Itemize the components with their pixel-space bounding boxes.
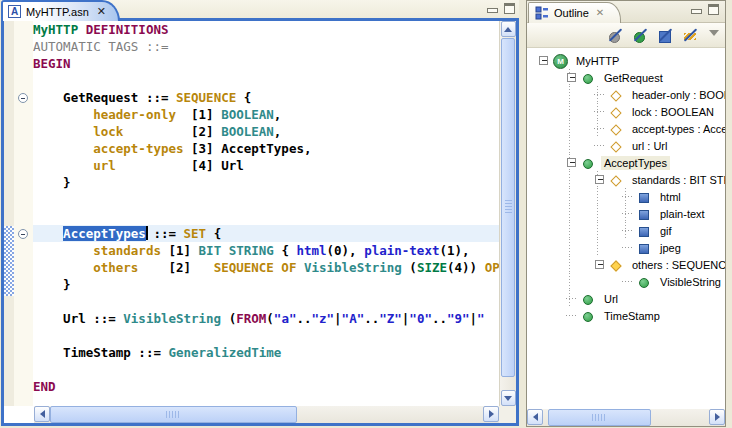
- tree-row[interactable]: gif: [527, 222, 725, 239]
- filter-blue-bits-icon[interactable]: [657, 27, 674, 44]
- scroll-up-arrow[interactable]: [501, 21, 516, 37]
- folding-ruler[interactable]: [14, 21, 33, 406]
- tree-row[interactable]: jpeg: [527, 239, 725, 256]
- code-line[interactable]: others [2] SEQUENCE OF VisibleString (SI…: [33, 259, 499, 276]
- code-line[interactable]: [33, 361, 499, 378]
- tree-row[interactable]: url : Url: [527, 137, 725, 154]
- fold-collapse-icon[interactable]: [18, 229, 28, 239]
- expand-toggle-minus-icon[interactable]: [595, 260, 604, 269]
- outline-minimize-button[interactable]: [691, 9, 702, 14]
- tree-item-label[interactable]: accept-types : AcceptTypes: [629, 122, 725, 136]
- tree-item-label[interactable]: html: [657, 190, 684, 204]
- tree-row[interactable]: AcceptTypes: [527, 154, 725, 171]
- tree-row[interactable]: GetRequest: [527, 69, 725, 86]
- code-line[interactable]: [33, 293, 499, 310]
- code-line[interactable]: url [4] Url: [33, 157, 499, 174]
- code-line[interactable]: [33, 208, 499, 225]
- editor-maximize-button[interactable]: [504, 3, 515, 14]
- code-line[interactable]: accept-types [3] AcceptTypes,: [33, 140, 499, 157]
- code-line[interactable]: [33, 191, 499, 208]
- tree-item-label[interactable]: url : Url: [629, 139, 670, 153]
- annotation-ruler[interactable]: [4, 21, 14, 406]
- tree-item-label[interactable]: gif: [657, 224, 675, 238]
- editor-tab[interactable]: A MyHTTP.asn ✕: [1, 0, 120, 21]
- tree-row[interactable]: plain-text: [527, 205, 725, 222]
- tree-row[interactable]: Url: [527, 290, 725, 307]
- field-icon: [608, 138, 624, 154]
- tree-item-label[interactable]: GetRequest: [601, 71, 666, 85]
- horizontal-scroll-track[interactable]: [543, 409, 709, 426]
- fold-collapse-icon[interactable]: [18, 93, 28, 103]
- tree-item-label[interactable]: header-only : BOOLEAN: [629, 88, 725, 102]
- tree-item-label[interactable]: others : SEQUENCE OF: [629, 258, 725, 272]
- tree-item-label[interactable]: standards : BIT STRING: [629, 173, 725, 187]
- horizontal-scroll-track[interactable]: [50, 406, 483, 423]
- field-icon: [608, 87, 624, 103]
- scroll-right-arrow[interactable]: [483, 406, 499, 422]
- scroll-left-arrow[interactable]: [527, 409, 543, 425]
- horizontal-scroll-thumb[interactable]: [548, 409, 651, 426]
- tree-item-label[interactable]: MyHTTP: [573, 54, 622, 68]
- code-line[interactable]: MyHTTP DEFINITIONS: [33, 21, 499, 38]
- filter-gold-fields-icon[interactable]: [682, 27, 699, 44]
- editor-stack: A MyHTTP.asn ✕ MyHTTP DEFINITIONSAUTOMAT…: [1, 0, 519, 427]
- code-line[interactable]: standards [1] BIT STRING { html(0), plai…: [33, 242, 499, 259]
- tree-row[interactable]: header-only : BOOLEAN: [527, 86, 725, 103]
- outline-tab-close-icon[interactable]: ✕: [594, 8, 604, 18]
- editor-vertical-scrollbar[interactable]: [499, 21, 516, 406]
- code-line[interactable]: }: [33, 276, 499, 293]
- tree-item-label[interactable]: AcceptTypes: [601, 156, 670, 170]
- right-arrow-icon: [489, 410, 498, 418]
- code-line[interactable]: AUTOMATIC TAGS ::=: [33, 38, 499, 55]
- code-line[interactable]: BEGIN: [33, 55, 499, 72]
- vertical-scroll-track[interactable]: [500, 37, 516, 390]
- tree-row[interactable]: standards : BIT STRING: [527, 171, 725, 188]
- tree-row[interactable]: MyHTTP: [527, 52, 725, 69]
- code-line[interactable]: Url ::= VisibleString (FROM("a".."z"|"A"…: [33, 310, 499, 327]
- vertical-scroll-thumb[interactable]: [501, 38, 515, 377]
- outline-horizontal-scrollbar[interactable]: [527, 409, 725, 426]
- code-line[interactable]: [33, 327, 499, 344]
- tree-item-label[interactable]: lock : BOOLEAN: [629, 105, 717, 119]
- filter-gray-values-icon[interactable]: [607, 27, 624, 44]
- code-line[interactable]: header-only [1] BOOLEAN,: [33, 106, 499, 123]
- scroll-left-arrow[interactable]: [34, 406, 50, 422]
- expand-toggle-minus-icon[interactable]: [567, 73, 576, 82]
- tree-row[interactable]: html: [527, 188, 725, 205]
- editor-minimize-button[interactable]: [487, 8, 498, 13]
- tree-item-label[interactable]: plain-text: [657, 207, 708, 221]
- filter-green-types-icon[interactable]: [632, 27, 649, 44]
- code-line[interactable]: lock [2] BOOLEAN,: [33, 123, 499, 140]
- expand-toggle-minus-icon[interactable]: [595, 175, 604, 184]
- scroll-right-arrow[interactable]: [709, 409, 725, 425]
- tree-row[interactable]: others : SEQUENCE OF: [527, 256, 725, 273]
- scroll-down-arrow[interactable]: [501, 390, 516, 406]
- code-line[interactable]: END: [33, 378, 499, 395]
- tree-row[interactable]: lock : BOOLEAN: [527, 103, 725, 120]
- tree-connector: [594, 145, 605, 146]
- code-line[interactable]: [33, 72, 499, 89]
- horizontal-scroll-thumb[interactable]: [50, 406, 297, 423]
- code-line[interactable]: GetRequest ::= SEQUENCE {: [33, 89, 499, 106]
- outline-tab[interactable]: Outline ✕: [528, 2, 621, 23]
- tree-item-label[interactable]: VisibleString: [657, 275, 724, 289]
- code-line[interactable]: TimeStamp ::= GeneralizedTime: [33, 344, 499, 361]
- editor-tab-close-icon[interactable]: ✕: [94, 6, 106, 17]
- tree-row[interactable]: VisibleString: [527, 273, 725, 290]
- code-line[interactable]: AcceptTypes ::= SET {: [33, 225, 499, 242]
- code-line[interactable]: }: [33, 174, 499, 191]
- tree-item-label[interactable]: jpeg: [657, 241, 684, 255]
- chevron-down-icon[interactable]: [709, 30, 719, 41]
- outline-maximize-button[interactable]: [708, 4, 719, 15]
- tree-item-label[interactable]: Url: [601, 292, 621, 306]
- code-area[interactable]: MyHTTP DEFINITIONSAUTOMATIC TAGS ::=BEGI…: [33, 21, 499, 406]
- expand-toggle-minus-icon[interactable]: [539, 56, 548, 65]
- tree-item-label[interactable]: TimeStamp: [601, 309, 663, 323]
- editor-frame: MyHTTP DEFINITIONSAUTOMATIC TAGS ::=BEGI…: [1, 18, 519, 426]
- outline-tree[interactable]: MyHTTPGetRequestheader-only : BOOLEANloc…: [527, 48, 725, 409]
- expand-toggle-minus-icon[interactable]: [567, 158, 576, 167]
- bit-icon: [636, 189, 652, 205]
- tree-row[interactable]: accept-types : AcceptTypes: [527, 120, 725, 137]
- tree-row[interactable]: TimeStamp: [527, 307, 725, 324]
- editor-horizontal-scrollbar[interactable]: [34, 406, 499, 423]
